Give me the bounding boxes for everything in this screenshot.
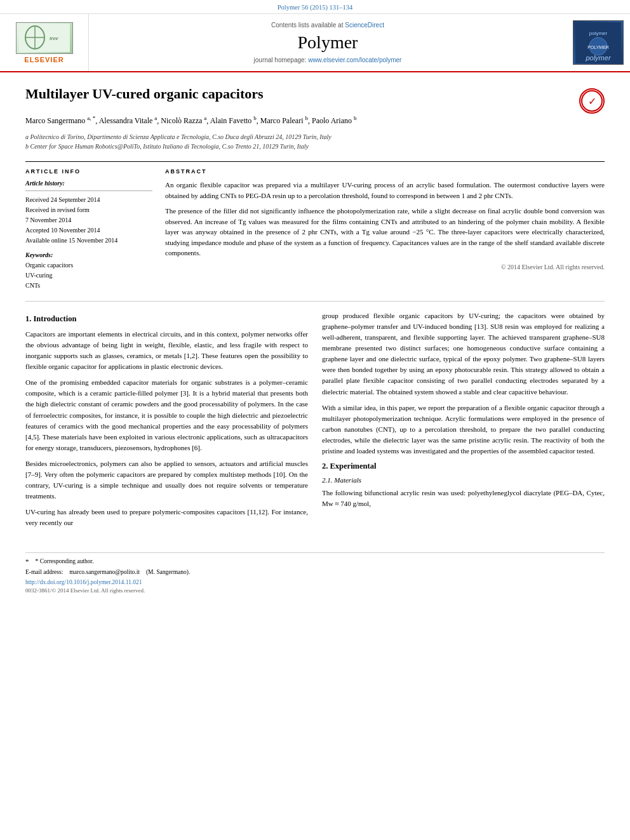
journal-homepage-line: journal homepage: www.elsevier.com/locat… <box>254 57 402 63</box>
journal-citation: Polymer 56 (2015) 131–134 <box>278 4 353 11</box>
section2-heading: 2. Experimental <box>322 462 605 471</box>
footer-issn-row: 0032-3861/© 2014 Elsevier Ltd. All right… <box>25 587 605 594</box>
svg-text:POLYMER: POLYMER <box>587 45 609 50</box>
body-columns: 1. Introduction Capacitors are important… <box>25 310 605 533</box>
revised-date: 7 November 2014 <box>25 215 152 225</box>
email-name: (M. Sangermano). <box>146 568 190 577</box>
article-info-label: ARTICLE INFO <box>25 168 152 175</box>
article-history-dates: Received 24 September 2014 Received in r… <box>25 195 152 245</box>
article-title: Multilayer UV-cured organic capacitors <box>25 85 264 103</box>
footer-email-row: E-mail address: marco.sangermano@polito.… <box>25 568 605 577</box>
sciencedirect-link[interactable]: ScienceDirect <box>345 22 384 29</box>
section2-subsection: 2.1. Materials <box>322 476 605 484</box>
elsevier-logo-area: tree ELSEVIER <box>0 14 89 71</box>
affiliations: a Politecnico di Torino, Dipartimento di… <box>25 132 605 151</box>
author-sup-a2: a <box>154 115 157 121</box>
corresponding-email[interactable]: marco.sangermano@polito.it <box>69 568 140 577</box>
doi-link[interactable]: http://dx.doi.org/10.1016/j.polymer.2014… <box>25 579 142 585</box>
svg-text:polymer: polymer <box>589 30 608 36</box>
author-sup-b3: b <box>354 115 357 121</box>
section1-para3: Besides microelectronics, polymers can a… <box>25 458 308 502</box>
journal-header-center: Contents lists available at ScienceDirec… <box>89 14 566 71</box>
footer-doi-row: http://dx.doi.org/10.1016/j.polymer.2014… <box>25 579 605 585</box>
affiliation-a: a Politecnico di Torino, Dipartimento di… <box>25 132 605 142</box>
online-date: Available online 15 November 2014 <box>25 236 152 245</box>
journal-title: Polymer <box>298 32 358 53</box>
abstract-text: An organic flexible capacitor was prepar… <box>165 180 605 258</box>
abstract-label: ABSTRACT <box>165 168 605 175</box>
article-history-label: Article history: <box>25 180 152 187</box>
journal-url-link[interactable]: www.elsevier.com/locate/polymer <box>308 57 401 63</box>
page: Polymer 56 (2015) 131–134 tree ELSEVIER <box>0 0 630 597</box>
elsevier-brand-text: ELSEVIER <box>24 56 64 63</box>
authors-line: Marco Sangermano a, *, Alessandra Vitale… <box>25 114 605 127</box>
footer-corresponding: * * Corresponding author. <box>25 557 605 566</box>
abstract-column: ABSTRACT An organic flexible capacitor w… <box>165 168 605 291</box>
body-right-column: group produced flexible organic capacito… <box>322 310 605 533</box>
section1-para4: UV-curing has already been used to prepa… <box>25 507 308 528</box>
keyword-1: Organic capacitors <box>25 260 152 270</box>
author-sup-a3: a <box>204 115 206 121</box>
section1-para2: One of the promising embedded capacitor … <box>25 377 308 453</box>
main-divider <box>25 301 605 302</box>
page-footer: * * Corresponding author. E-mail address… <box>25 552 605 597</box>
author-sup-b: b <box>253 115 257 121</box>
received-date: Received 24 September 2014 <box>25 195 152 204</box>
issn-text: 0032-3861/© 2014 Elsevier Ltd. All right… <box>25 587 145 594</box>
keyword-2: UV-curing <box>25 270 152 281</box>
affiliation-b: b Center for Space Human Robotics@PoliTo… <box>25 142 605 151</box>
svg-text:✓: ✓ <box>588 96 596 107</box>
title-row: Multilayer UV-cured organic capacitors ✓ <box>25 85 605 114</box>
crossmark-badge[interactable]: ✓ <box>579 88 605 114</box>
section1-para1: Capacitors are important elements in ele… <box>25 329 308 372</box>
sciencedirect-link-line: Contents lists available at ScienceDirec… <box>271 22 384 29</box>
main-content: Multilayer UV-cured organic capacitors ✓… <box>0 72 630 546</box>
keywords-label: Keywords: <box>25 251 152 258</box>
body-left-column: 1. Introduction Capacitors are important… <box>25 310 308 533</box>
elsevier-logo: tree ELSEVIER <box>16 22 73 63</box>
svg-text:tree: tree <box>50 35 58 41</box>
polymer-badge-area: polymer POLYMER <box>566 14 630 71</box>
abstract-para-2: The presence of the filler did not signi… <box>165 206 605 258</box>
polymer-logo-badge: polymer POLYMER <box>573 20 624 65</box>
corresponding-label: * Corresponding author. <box>36 557 94 566</box>
journal-header: tree ELSEVIER Contents lists available a… <box>0 14 630 72</box>
journal-citation-bar: Polymer 56 (2015) 131–134 <box>0 0 630 14</box>
section2-para1: The following bifunctional acrylic resin… <box>322 488 605 509</box>
author-sup-a: a, * <box>87 115 95 121</box>
author-sup-b2: b <box>305 115 308 121</box>
elsevier-logo-image: tree <box>16 22 73 54</box>
keyword-3: CNTs <box>25 281 152 291</box>
corresponding-star: * <box>25 557 29 566</box>
info-divider-1 <box>25 190 152 191</box>
copyright-notice: © 2014 Elsevier Ltd. All rights reserved… <box>165 263 605 270</box>
email-label: E-mail address: <box>25 568 63 577</box>
article-info-column: ARTICLE INFO Article history: Received 2… <box>25 168 152 291</box>
abstract-para-1: An organic flexible capacitor was prepar… <box>165 180 605 201</box>
info-abstract-section: ARTICLE INFO Article history: Received 2… <box>25 161 605 291</box>
accepted-date: Accepted 10 November 2014 <box>25 225 152 235</box>
section1-right-para1: group produced flexible organic capacito… <box>322 310 605 397</box>
section1-right-para2: With a similar idea, in this paper, we r… <box>322 403 605 457</box>
received-revised-label: Received in revised form <box>25 205 152 215</box>
section1-heading: 1. Introduction <box>25 314 308 324</box>
